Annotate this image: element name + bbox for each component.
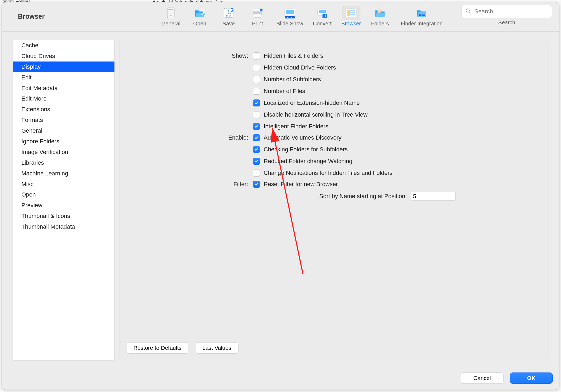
checkbox[interactable] bbox=[253, 52, 260, 59]
sidebar-item-extensions[interactable]: Extensions bbox=[13, 104, 114, 115]
svg-rect-1 bbox=[168, 9, 173, 10]
restore-defaults-button[interactable]: Restore to Defaults bbox=[126, 342, 189, 353]
folders-icon bbox=[371, 6, 389, 20]
sidebar-item-edit[interactable]: Edit bbox=[13, 72, 114, 83]
toolbar-item-general[interactable]: General bbox=[157, 5, 185, 27]
sidebar-item-cache[interactable]: Cache bbox=[13, 40, 114, 51]
svg-point-10 bbox=[260, 9, 263, 11]
convert-icon bbox=[313, 6, 332, 20]
toolbar-item-label: Convert bbox=[308, 21, 336, 27]
checkbox[interactable] bbox=[253, 170, 260, 176]
toolbar-item-label: Slide Show bbox=[272, 21, 307, 27]
svg-text:PNG: PNG bbox=[226, 15, 231, 17]
option-label: Disable horizontal scrolling in Tree Vie… bbox=[264, 110, 367, 120]
sidebar-item-misc[interactable]: Misc bbox=[13, 179, 114, 190]
option-automatic-volumes-discovery[interactable]: Automatic Volumes Discovery bbox=[253, 133, 393, 143]
svg-text:TIFF: TIFF bbox=[226, 9, 231, 12]
cancel-button[interactable]: Cancel bbox=[461, 372, 504, 384]
group-options: Automatic Volumes DiscoveryChecking Fold… bbox=[253, 133, 393, 178]
sidebar-item-edit-more[interactable]: Edit More bbox=[13, 93, 114, 104]
sidebar-item-thumbnail-icons[interactable]: Thumbnail & Icons bbox=[13, 211, 114, 221]
group-label: Filter: bbox=[120, 179, 253, 201]
sidebar-item-edit-metadata[interactable]: Edit Metadata bbox=[13, 83, 114, 94]
toolbar-item-folders[interactable]: Folders bbox=[366, 5, 394, 27]
option-label: Checking Folders for Subfolders bbox=[264, 144, 348, 155]
checkbox[interactable] bbox=[253, 64, 260, 71]
group-filter: Filter:Reset Filter for new BrowserSort … bbox=[120, 179, 548, 201]
option-change-notifications-for-hidden-files-and-folders[interactable]: Change Notifications for hidden Files an… bbox=[253, 168, 393, 178]
option-disable-horizontal-scrolling-in-tree-view[interactable]: Disable horizontal scrolling in Tree Vie… bbox=[253, 110, 367, 120]
toolbar-item-slide-show[interactable]: Slide Show bbox=[272, 5, 307, 27]
toolbar-item-print[interactable]: Print bbox=[244, 5, 271, 27]
print-icon bbox=[248, 6, 267, 20]
toolbar-item-open[interactable]: Open bbox=[186, 5, 214, 27]
option-intelligent-finder-folders[interactable]: Intelligent Finder Folders bbox=[253, 121, 367, 132]
sidebar-item-open[interactable]: Open bbox=[13, 189, 114, 200]
last-values-button[interactable]: Last Values bbox=[195, 342, 239, 353]
search-input[interactable] bbox=[474, 8, 548, 15]
page-title: Browser bbox=[18, 13, 45, 20]
sort-position-row: Sort by Name starting at Position: bbox=[319, 192, 456, 201]
option-label: Number of Files bbox=[264, 86, 305, 96]
sidebar-item-machine-learning[interactable]: Machine Learning bbox=[13, 168, 114, 179]
sidebar-item-general[interactable]: General bbox=[13, 125, 114, 136]
toolbar-item-browser[interactable]: Browser bbox=[337, 5, 365, 27]
checkbox[interactable] bbox=[253, 181, 260, 188]
option-localized-or-extension-hidden-name[interactable]: Localized or Extension-hidden Name bbox=[253, 98, 367, 108]
category-sidebar[interactable]: CacheCloud DrivesDisplayEditEdit Metadat… bbox=[13, 40, 115, 361]
svg-rect-22 bbox=[350, 12, 355, 13]
sidebar-item-display[interactable]: Display bbox=[13, 62, 114, 72]
group-enable: Enable:Automatic Volumes DiscoveryChecki… bbox=[120, 133, 548, 178]
checkbox[interactable] bbox=[253, 158, 260, 165]
sidebar-item-image-verification[interactable]: Image Verification bbox=[13, 147, 114, 157]
toolbar-item-label: Save bbox=[215, 21, 243, 27]
toolbar-item-save[interactable]: TIFFJPGPNGSave bbox=[215, 5, 243, 27]
toolbar-item-label: General bbox=[157, 21, 185, 27]
option-number-of-subfolders[interactable]: Number of Subfolders bbox=[253, 74, 367, 84]
sidebar-item-preview[interactable]: Preview bbox=[13, 200, 114, 211]
checkbox[interactable] bbox=[253, 76, 260, 83]
option-reset-filter-for-new-browser[interactable]: Reset Filter for new Browser bbox=[253, 179, 456, 189]
sort-position-input[interactable] bbox=[411, 192, 456, 201]
sidebar-item-formats[interactable]: Formats bbox=[13, 115, 114, 125]
group-options: Hidden Files & FoldersHidden Cloud Drive… bbox=[253, 51, 367, 132]
open-icon bbox=[190, 6, 209, 20]
option-hidden-files-folders[interactable]: Hidden Files & Folders bbox=[253, 51, 367, 61]
content-area: CacheCloud DrivesDisplayEditEdit Metadat… bbox=[13, 40, 548, 360]
svg-rect-7 bbox=[254, 8, 261, 11]
checkbox[interactable] bbox=[253, 146, 260, 153]
checkbox[interactable] bbox=[253, 99, 260, 106]
slide-show-icon bbox=[280, 6, 299, 20]
checkbox[interactable] bbox=[253, 88, 260, 95]
option-label: Hidden Files & Folders bbox=[264, 51, 323, 61]
svg-rect-23 bbox=[350, 14, 355, 15]
sort-position-label: Sort by Name starting at Position: bbox=[319, 193, 407, 200]
option-checking-folders-for-subfolders[interactable]: Checking Folders for Subfolders bbox=[253, 144, 393, 155]
option-reduced-folder-change-watching[interactable]: Reduced Folder change Watching bbox=[253, 156, 393, 166]
toolbar-item-convert[interactable]: Convert bbox=[308, 5, 336, 27]
svg-point-24 bbox=[377, 9, 381, 12]
search-field[interactable] bbox=[461, 5, 552, 18]
settings-form: Show:Hidden Files & FoldersHidden Cloud … bbox=[120, 51, 548, 202]
svg-rect-20 bbox=[347, 10, 350, 16]
svg-point-2 bbox=[170, 15, 172, 17]
settings-panel: Show:Hidden Files & FoldersHidden Cloud … bbox=[120, 40, 548, 360]
preferences-window: Browser GeneralOpenTIFFJPGPNGSavePrintSl… bbox=[2, 2, 559, 390]
checkbox[interactable] bbox=[253, 134, 260, 141]
option-number-of-files[interactable]: Number of Files bbox=[253, 86, 367, 96]
sidebar-item-libraries[interactable]: Libraries bbox=[13, 157, 114, 168]
option-label: Hidden Cloud Drive Folders bbox=[264, 63, 336, 73]
toolbar-item-finder-integration[interactable]: .EXTFinder Integration bbox=[395, 5, 448, 27]
checkbox[interactable] bbox=[253, 111, 260, 118]
ok-button[interactable]: OK bbox=[510, 372, 553, 384]
browser-icon bbox=[342, 6, 360, 20]
panel-button-row: Restore to Defaults Last Values bbox=[126, 342, 239, 353]
option-hidden-cloud-drive-folders[interactable]: Hidden Cloud Drive Folders bbox=[253, 63, 367, 73]
svg-rect-17 bbox=[319, 10, 326, 13]
group-label: Enable: bbox=[120, 133, 253, 178]
toolbar-item-label: Browser bbox=[337, 21, 365, 27]
sidebar-item-cloud-drives[interactable]: Cloud Drives bbox=[13, 51, 114, 62]
sidebar-item-ignore-folders[interactable]: Ignore Folders bbox=[13, 136, 114, 147]
checkbox[interactable] bbox=[253, 123, 260, 130]
sidebar-item-thumbnail-metadata[interactable]: Thumbnail Metadata bbox=[13, 221, 114, 232]
